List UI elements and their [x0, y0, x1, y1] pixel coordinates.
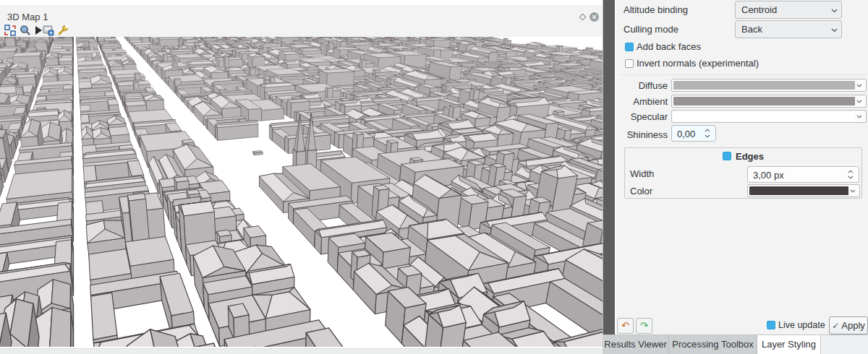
map-panel-header: 3D Map 1 [0, 5, 603, 23]
apply-check-icon: ✓ [832, 321, 839, 331]
add-back-faces-label: Add back faces [637, 41, 701, 52]
specular-color-button[interactable] [671, 110, 867, 123]
undo-icon: ↶ [621, 320, 629, 331]
map-3d-viewport[interactable] [0, 37, 603, 348]
specular-swatch [673, 112, 855, 121]
altitude-binding-label: Altitude binding [624, 4, 688, 15]
diffuse-swatch [673, 81, 855, 90]
configure-wrench-icon[interactable] [57, 25, 69, 36]
chevron-down-icon [856, 84, 862, 87]
specular-label: Specular [616, 111, 668, 122]
culling-mode-value: Back [741, 24, 762, 35]
redo-button[interactable]: ↷ [636, 318, 652, 334]
invert-normals-label: Invert normals (experimental) [637, 58, 759, 69]
shininess-label: Shininess [616, 129, 668, 140]
spin-down-icon[interactable] [848, 176, 854, 179]
map-toolbar [0, 23, 603, 38]
close-panel-icon[interactable] [589, 12, 600, 22]
spin-down-icon[interactable] [705, 134, 710, 138]
culling-mode-label: Culling mode [624, 24, 678, 35]
edges-title: Edges [736, 151, 764, 162]
ambient-label: Ambient [616, 96, 668, 107]
shininess-spinbox[interactable]: 0,00 [671, 125, 716, 142]
float-panel-icon[interactable] [579, 14, 586, 20]
spin-up-icon[interactable] [705, 129, 710, 132]
edges-groupbox: Edges Width 3,00 px Color [624, 147, 862, 199]
city-3d-render [0, 37, 603, 347]
zoom-full-icon[interactable] [20, 25, 31, 36]
apply-label: Apply [841, 320, 865, 331]
chevron-down-icon [850, 189, 856, 193]
edges-width-spinbox[interactable]: 3,00 px [747, 166, 859, 183]
altitude-binding-value: Centroid [741, 4, 777, 15]
edges-color-label: Color [630, 186, 652, 197]
altitude-binding-select[interactable]: Centroid [735, 1, 842, 19]
edges-width-label: Width [630, 168, 654, 179]
redo-icon: ↷ [640, 320, 648, 331]
map-3d-panel: 3D Map 1 [0, 0, 603, 354]
live-update-checkbox[interactable] [767, 321, 775, 329]
edges-color-swatch [749, 186, 848, 195]
diffuse-label: Diffuse [616, 80, 668, 91]
spin-up-icon[interactable] [848, 170, 854, 173]
chevron-down-icon [856, 100, 862, 103]
panel-separator-handle[interactable] [603, 0, 615, 334]
spin-arrows[interactable] [705, 126, 712, 141]
tab-results-viewer[interactable]: Results Viewer [603, 335, 669, 354]
invert-normals-checkbox[interactable] [625, 59, 634, 68]
camera-control-icon[interactable] [4, 25, 16, 36]
spin-arrows[interactable] [848, 167, 855, 182]
map-panel-title: 3D Map 1 [7, 12, 48, 22]
diffuse-color-button[interactable] [671, 79, 867, 92]
shininess-value: 0,00 [677, 128, 695, 139]
map-bottom-strip [0, 348, 603, 354]
ambient-swatch [673, 97, 855, 105]
save-image-icon[interactable] [43, 25, 54, 36]
edges-color-button[interactable] [747, 184, 860, 197]
edges-width-value: 3,00 px [753, 169, 784, 180]
undo-button[interactable]: ↶ [617, 318, 634, 334]
culling-mode-select[interactable]: Back [735, 20, 842, 38]
add-back-faces-checkbox[interactable] [625, 43, 634, 51]
tab-processing-toolbox[interactable]: Processing Toolbox [669, 335, 757, 354]
live-update-label: Live update [778, 320, 825, 330]
chevron-down-icon [831, 9, 838, 13]
chevron-down-icon [831, 28, 838, 33]
layer-styling-panel: Altitude binding Centroid Culling mode B… [615, 0, 868, 334]
ambient-color-button[interactable] [671, 95, 867, 108]
chevron-down-icon [856, 115, 862, 118]
apply-button[interactable]: ✓Apply [829, 316, 868, 334]
edges-checkbox[interactable] [723, 152, 731, 160]
bottom-tabbar: Results Viewer Processing Toolbox Layer … [603, 334, 868, 354]
tab-layer-styling[interactable]: Layer Styling [757, 335, 821, 354]
section-separator [621, 74, 867, 75]
